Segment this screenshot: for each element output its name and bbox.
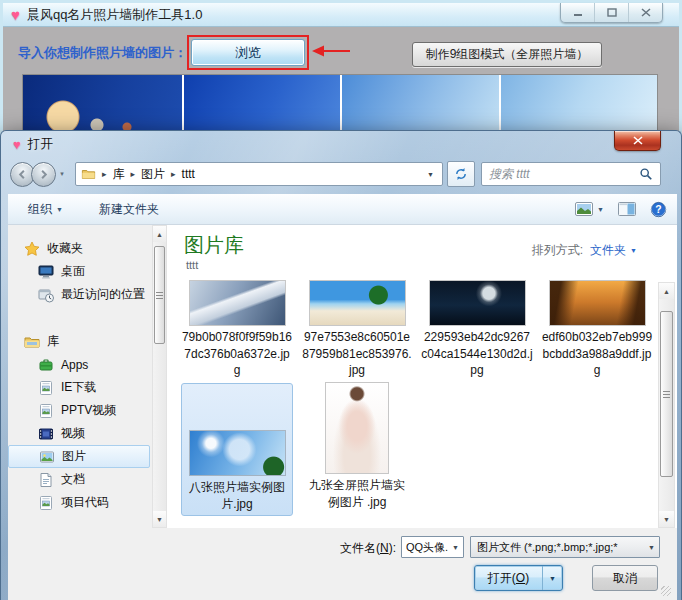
refresh-button[interactable] bbox=[447, 161, 475, 187]
heart-icon: ♥ bbox=[11, 7, 20, 22]
filetype-combobox[interactable]: 图片文件 (*.png;*.bmp;*.jpg;* ▼ bbox=[470, 536, 660, 558]
organize-menu[interactable]: 组织 ▼ bbox=[28, 201, 63, 218]
chevron-down-icon: ▼ bbox=[597, 206, 604, 213]
file-item[interactable]: 79b0b078f0f9f59b167dc376b0a6372e.jpg bbox=[181, 281, 293, 379]
app-title: 晨风qq名片照片墙制作工具1.0 bbox=[27, 6, 203, 24]
apps-icon bbox=[38, 357, 54, 373]
chevron-down-icon[interactable]: ▼ bbox=[644, 544, 659, 551]
views-icon bbox=[575, 202, 593, 216]
breadcrumb-item-libraries[interactable]: 库 bbox=[113, 166, 125, 183]
photo-panel-deep-blue bbox=[184, 75, 340, 135]
close-icon bbox=[633, 136, 643, 145]
open-accesskey: O bbox=[516, 571, 525, 585]
film-icon bbox=[38, 426, 54, 442]
sidebar-item-recent-places[interactable]: 最近访问的位置 bbox=[8, 283, 152, 306]
search-input[interactable]: 搜索 tttt bbox=[489, 166, 639, 183]
history-dropdown[interactable]: ▾ bbox=[56, 170, 68, 178]
filename-label-pre: 文件名( bbox=[340, 541, 380, 555]
dialog-close-button[interactable] bbox=[614, 131, 661, 151]
file-item-selected[interactable]: 八张照片墙实例图片.jpg bbox=[181, 383, 293, 516]
close-icon bbox=[641, 8, 651, 17]
open-dropdown-button[interactable]: ▼ bbox=[542, 566, 562, 590]
library-icon bbox=[24, 334, 40, 350]
scrollbar-thumb[interactable] bbox=[154, 246, 165, 344]
annotation-box: 浏览 bbox=[187, 35, 309, 70]
sidebar-item-label: 桌面 bbox=[61, 263, 85, 280]
sidebar-item-libraries[interactable]: 库 bbox=[8, 330, 152, 353]
search-icon[interactable] bbox=[639, 167, 653, 181]
scroll-up-icon[interactable]: ▲ bbox=[153, 226, 166, 242]
file-item[interactable]: 九张全屏照片墙实例图片 .jpg bbox=[301, 383, 413, 516]
import-label: 导入你想制作照片墙的图片： bbox=[18, 44, 187, 62]
views-button[interactable]: ▼ bbox=[575, 202, 604, 216]
maximize-button[interactable] bbox=[595, 3, 629, 22]
heart-icon: ♥ bbox=[13, 138, 21, 151]
open-button[interactable]: 打开(O) bbox=[475, 570, 542, 587]
file-name: 229593eb42dc9267c04ca1544e130d2d.jpg bbox=[421, 329, 533, 379]
help-button[interactable]: ? bbox=[650, 201, 667, 218]
new-folder-button[interactable]: 新建文件夹 bbox=[99, 201, 159, 218]
sidebar-scrollbar[interactable]: ▲ ▼ bbox=[152, 225, 167, 528]
photo-panel-light-blue bbox=[342, 75, 498, 135]
sidebar-item-documents[interactable]: 文档 bbox=[8, 468, 152, 491]
library-page-icon bbox=[38, 403, 54, 419]
preview-pane-button[interactable] bbox=[618, 202, 636, 216]
minimize-button[interactable] bbox=[561, 3, 595, 22]
photo-panel-planets bbox=[23, 75, 182, 135]
sidebar-item-project-code[interactable]: 项目代码 bbox=[8, 491, 152, 514]
sidebar-item-favorites[interactable]: 收藏夹 bbox=[8, 237, 152, 260]
forward-button[interactable] bbox=[31, 162, 56, 187]
organize-label: 组织 bbox=[28, 201, 52, 218]
file-name: 八张照片墙实例图片.jpg bbox=[189, 479, 285, 512]
file-item[interactable]: 229593eb42dc9267c04ca1544e130d2d.jpg bbox=[421, 281, 533, 379]
close-button[interactable] bbox=[629, 3, 662, 22]
file-thumbnail bbox=[550, 281, 645, 325]
sidebar-item-pptv-videos[interactable]: PPTV视频 bbox=[8, 399, 152, 422]
picture-icon bbox=[39, 449, 55, 465]
file-name: 79b0b078f0f9f59b167dc376b0a6372e.jpg bbox=[181, 329, 293, 379]
chevron-right-icon: ▸ bbox=[131, 169, 136, 179]
sidebar-item-label: IE下载 bbox=[61, 379, 96, 396]
annotation-arrow-icon bbox=[312, 44, 352, 58]
file-item[interactable]: edf60b032eb7eb999bcbdd3a988a9ddf.jpg bbox=[541, 281, 653, 379]
breadcrumb-item-tttt[interactable]: tttt bbox=[182, 167, 195, 181]
scroll-down-icon[interactable]: ▼ bbox=[659, 511, 674, 527]
file-name: edf60b032eb7eb999bcbdd3a988a9ddf.jpg bbox=[541, 329, 653, 379]
dialog-title: 打开 bbox=[28, 136, 53, 153]
sidebar-item-label: 项目代码 bbox=[61, 494, 109, 511]
command-bar-right: ▼ ? bbox=[575, 201, 667, 218]
dialog-footer: 文件名(N): QQ头像.png ▼ 图片文件 (*.png;*.bmp;*.j… bbox=[8, 528, 677, 600]
address-dropdown-icon[interactable]: ▼ bbox=[424, 171, 437, 178]
sidebar-item-ie-downloads[interactable]: IE下载 bbox=[8, 376, 152, 399]
photo-panel-pale-blue bbox=[501, 75, 657, 135]
arrange-by-dropdown[interactable]: 文件夹 ▼ bbox=[590, 242, 637, 259]
file-thumbnail bbox=[190, 281, 285, 325]
library-page-icon bbox=[38, 495, 54, 511]
chevron-right-icon: ▸ bbox=[102, 169, 107, 179]
scroll-down-icon[interactable]: ▼ bbox=[153, 511, 166, 527]
file-list-scrollbar[interactable]: ▲ ▼ bbox=[658, 282, 675, 528]
maximize-icon bbox=[607, 8, 617, 17]
file-name: 97e7553e8c60501e87959b81ec853976.jpg bbox=[301, 329, 413, 379]
file-thumbnail bbox=[430, 281, 525, 325]
sidebar-gap bbox=[8, 306, 152, 330]
sidebar-item-pictures[interactable]: 图片 bbox=[8, 445, 150, 468]
browse-button[interactable]: 浏览 bbox=[191, 39, 305, 66]
sidebar-item-label: 视频 bbox=[61, 425, 85, 442]
filename-label-post: ): bbox=[389, 541, 396, 555]
resize-grip-icon[interactable] bbox=[661, 586, 671, 596]
chevron-down-icon[interactable]: ▼ bbox=[448, 544, 463, 551]
file-item[interactable]: 97e7553e8c60501e87959b81ec853976.jpg bbox=[301, 281, 413, 379]
sidebar-item-videos[interactable]: 视频 bbox=[8, 422, 152, 445]
scroll-up-icon[interactable]: ▲ bbox=[659, 283, 674, 299]
svg-text:?: ? bbox=[655, 204, 661, 215]
sidebar-item-apps[interactable]: Apps bbox=[8, 353, 152, 376]
chevron-right-icon: ▸ bbox=[171, 169, 176, 179]
cancel-button[interactable]: 取消 bbox=[592, 565, 658, 591]
breadcrumb-item-pictures[interactable]: 图片 bbox=[141, 166, 165, 183]
make-9grid-mode-button[interactable]: 制作9组图模式（全屏照片墙） bbox=[412, 42, 602, 67]
scrollbar-thumb[interactable] bbox=[660, 311, 673, 477]
sidebar-item-desktop[interactable]: 桌面 bbox=[8, 260, 152, 283]
filename-combobox[interactable]: QQ头像.png ▼ bbox=[401, 536, 464, 558]
filename-accesskey: N bbox=[380, 541, 389, 555]
